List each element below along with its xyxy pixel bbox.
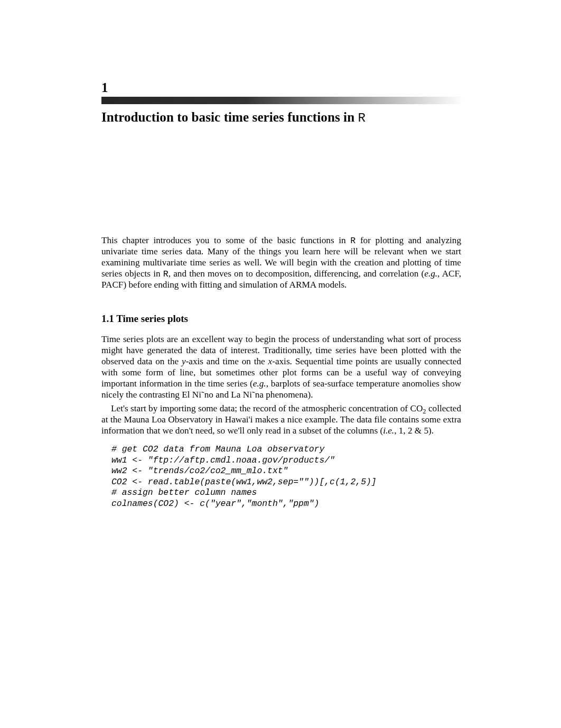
code-line: CO2 <- read.table(paste(ww1,ww2,sep=""))… xyxy=(111,477,377,487)
code-line: # get CO2 data from Mauna Loa observator… xyxy=(111,444,324,454)
code-line: colnames(CO2) <- c("year","month","ppm") xyxy=(111,499,319,509)
text: , 1, 2 & 5). xyxy=(394,426,434,436)
body-paragraph-1: Time series plots are an excellent way t… xyxy=(101,334,461,401)
section-heading: Time series plots xyxy=(116,313,188,324)
chapter-title-code: R xyxy=(358,111,366,125)
text-emph: e.g. xyxy=(424,269,437,279)
text: -axis and time on the xyxy=(186,356,268,366)
section-number: 1.1 xyxy=(101,313,114,324)
text: , and then moves on to decomposition, di… xyxy=(169,269,425,279)
code-line: ww2 <- "trends/co2/co2_mm_mlo.txt" xyxy=(111,466,288,476)
page: 1 Introduction to basic time series func… xyxy=(0,0,561,562)
inline-code: R xyxy=(163,269,169,279)
code-line: ww1 <- "ftp://aftp.cmdl.noaa.gov/product… xyxy=(111,455,335,465)
intro-paragraph: This chapter introduces you to some of t… xyxy=(101,235,461,291)
text: This chapter introduces you to some of t… xyxy=(101,235,350,245)
text-emph: y xyxy=(182,356,186,366)
text-emph: i.e. xyxy=(383,426,394,436)
chapter-number: 1 xyxy=(101,80,461,95)
code-line: # assign better column names xyxy=(111,487,257,497)
chapter-title-text: Introduction to basic time series functi… xyxy=(101,110,358,124)
section-title: 1.1 Time series plots xyxy=(101,313,461,325)
text: Let's start by importing some data; the … xyxy=(111,403,423,413)
chapter-title: Introduction to basic time series functi… xyxy=(101,110,461,125)
code-block: # get CO2 data from Mauna Loa observator… xyxy=(111,444,461,509)
body-paragraph-2: Let's start by importing some data; the … xyxy=(101,403,461,437)
inline-code: R xyxy=(350,236,356,246)
text-emph: e.g. xyxy=(253,379,266,389)
horizontal-rule xyxy=(101,97,461,104)
